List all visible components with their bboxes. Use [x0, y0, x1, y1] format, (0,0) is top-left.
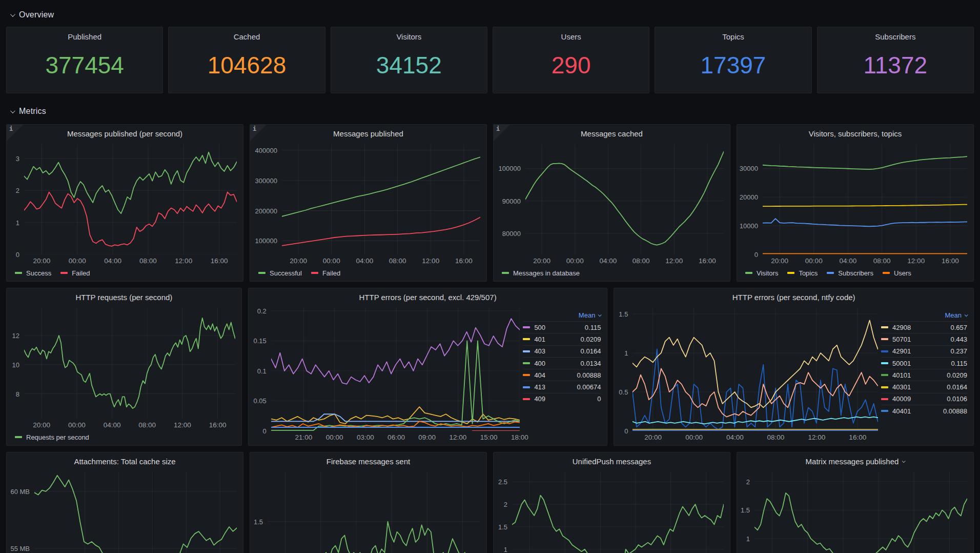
legend-item[interactable]: Successful — [258, 269, 302, 277]
legend-table-row[interactable]: 404010.00888 — [881, 405, 967, 417]
chart-plot[interactable] — [754, 472, 967, 553]
info-corner-icon[interactable]: i — [7, 125, 23, 141]
y-tick-label: 400000 — [252, 146, 277, 154]
legend-table-row[interactable]: 4090 — [523, 393, 601, 405]
legend-table-row[interactable]: 429010.237 — [881, 345, 967, 357]
y-tick-label: 30000 — [739, 165, 758, 172]
panel-http-requests: HTTP requests (per second) 81012 20:0000… — [6, 288, 242, 446]
section-label: Overview — [19, 10, 54, 19]
x-tick-label: 20:00 — [771, 257, 788, 265]
panel-title[interactable]: HTTP errors (per second, ntfy code) — [614, 288, 973, 306]
panel-title[interactable]: Matrix messages published — [737, 452, 973, 470]
x-tick-label: 16:00 — [942, 257, 959, 265]
x-tick-label: 00:00 — [685, 433, 703, 441]
chart-plot[interactable] — [271, 308, 520, 431]
panel-title[interactable]: HTTP requests (per second) — [7, 288, 241, 306]
panel-title[interactable]: Messages published — [250, 125, 486, 142]
y-tick-label: 0 — [616, 427, 628, 435]
legend-label: Requests per second — [26, 433, 89, 441]
legend-swatch — [881, 350, 888, 352]
legend-swatch — [15, 436, 22, 438]
chart-plot[interactable] — [763, 144, 967, 254]
legend-table-row[interactable]: 429080.657 — [881, 321, 967, 333]
legend-table-row[interactable]: 4000.0134 — [523, 357, 601, 369]
y-tick-label: 1 — [9, 219, 19, 226]
x-axis: 20:0000:0004:0008:0012:0016:00 — [282, 254, 480, 267]
y-axis: 0.511.5 — [252, 472, 268, 553]
x-tick-label: 00:00 — [69, 257, 86, 265]
legend-table-row[interactable]: 4030.0164 — [523, 345, 601, 357]
y-tick-label: 1.5 — [616, 310, 628, 318]
legend-table-row[interactable]: 4040.00888 — [523, 369, 601, 381]
legend-swatch — [881, 338, 888, 340]
section-header-metrics[interactable]: Metrics — [10, 104, 974, 119]
series-mean-value: 0.00888 — [943, 407, 967, 415]
panel-title[interactable]: Attachments: Total cache size — [7, 452, 243, 470]
x-tick-label: 08:00 — [873, 257, 891, 265]
legend-swatch — [523, 350, 530, 352]
legend-table-sort-mean[interactable]: Mean — [881, 309, 967, 321]
legend-table-row[interactable]: 403010.0164 — [881, 381, 967, 392]
panel-title[interactable]: Visitors, subscribers, topics — [737, 125, 973, 142]
legend-table-row[interactable]: 5000.115 — [523, 321, 601, 333]
y-axis: 55 MB60 MB — [9, 472, 34, 553]
series-code: 400 — [534, 360, 545, 367]
legend-label: Failed — [72, 269, 90, 277]
legend-table: Mean5000.1154010.02094030.01644000.01344… — [523, 309, 601, 443]
x-tick-label: 12:00 — [174, 421, 191, 429]
chart-plot[interactable] — [512, 472, 724, 553]
series-mean-value: 0.0106 — [947, 395, 967, 403]
legend-table-row[interactable]: 4130.00674 — [523, 381, 601, 392]
series-code: 42908 — [892, 324, 911, 331]
legend-item[interactable]: Messages in database — [502, 269, 580, 277]
panel-title[interactable]: UnifiedPush messages — [494, 452, 730, 470]
stat-value: 11372 — [864, 37, 928, 93]
panel-title[interactable]: Firebase messages sent — [250, 452, 486, 470]
panel-title[interactable]: Messages published (per second) — [7, 125, 243, 142]
series-code: 50701 — [892, 335, 911, 343]
x-tick-label: 00:00 — [326, 433, 343, 441]
chevron-down-icon — [902, 459, 906, 463]
legend-item[interactable]: Failed — [311, 269, 340, 277]
series-mean-value: 0.0209 — [947, 371, 967, 379]
series-mean-value: 0.00674 — [577, 383, 601, 391]
x-axis: 20:0000:0004:0008:0012:0016:00 — [525, 254, 724, 267]
legend-table-row[interactable]: 401010.0209 — [881, 369, 967, 381]
section-header-overview[interactable]: Overview — [10, 7, 974, 23]
legend-item[interactable]: Requests per second — [15, 433, 89, 441]
legend-table-sort-mean[interactable]: Mean — [523, 309, 601, 321]
x-tick-label: 00:00 — [68, 421, 86, 429]
info-corner-icon[interactable]: i — [250, 125, 267, 141]
y-tick-label: 2 — [9, 187, 19, 194]
legend-label: Successful — [270, 269, 302, 277]
panel-title[interactable]: HTTP errors (per second, excl. 429/507) — [249, 288, 607, 306]
x-tick-label: 16:00 — [211, 257, 228, 265]
series-code: 50001 — [892, 360, 911, 367]
legend-table-row[interactable]: 4010.0209 — [523, 333, 601, 345]
chart-plot[interactable] — [24, 308, 235, 419]
legend-swatch — [523, 374, 530, 376]
legend-label: Success — [26, 269, 51, 277]
legend-table-row[interactable]: 400090.0106 — [881, 393, 967, 405]
chart-plot[interactable] — [34, 472, 237, 553]
legend-table-row[interactable]: 500010.115 — [881, 357, 967, 369]
chart-plot[interactable] — [525, 144, 724, 254]
info-corner-icon[interactable]: i — [494, 125, 510, 141]
legend-item[interactable]: Users — [883, 269, 911, 277]
chart-plot[interactable] — [24, 144, 237, 254]
y-tick-label: 1.5 — [496, 523, 507, 530]
legend-item[interactable]: Topics — [787, 269, 818, 277]
panel-title[interactable]: Messages cached — [494, 125, 730, 142]
chart-plot[interactable] — [268, 472, 480, 553]
y-tick-label: 8 — [9, 390, 19, 398]
legend-table-row[interactable]: 507010.443 — [881, 333, 967, 345]
legend-item[interactable]: Failed — [60, 269, 90, 277]
legend-item[interactable]: Success — [15, 269, 51, 277]
y-tick-label: 1.5 — [739, 506, 750, 514]
y-tick-label: 0.5 — [616, 388, 628, 396]
legend-item[interactable]: Subscribers — [827, 269, 873, 277]
legend-item[interactable]: Visitors — [745, 269, 778, 277]
series-mean-value: 0.0209 — [581, 335, 601, 343]
chart-plot[interactable] — [632, 308, 878, 431]
chart-plot[interactable] — [282, 144, 480, 254]
